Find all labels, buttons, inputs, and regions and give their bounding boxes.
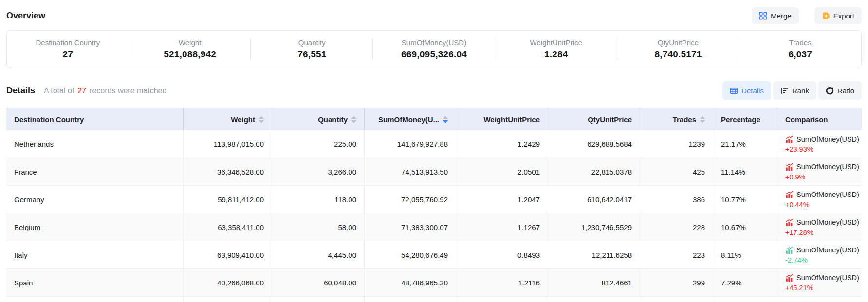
export-button[interactable]: Export [814,7,862,24]
stat-label: Trades [789,38,812,47]
sort-icon[interactable] [700,116,705,123]
export-icon [822,12,830,20]
stat-value: 76,551 [297,49,326,60]
cell-quantity: 3,266.00 [272,158,365,185]
cell-weight: 36,346,528.00 [184,158,272,185]
comparison-metric-label: SumOfMoney(USD) [796,163,859,171]
table-header-row: Destination Country Weight Quantity SumO… [6,108,862,130]
cell-quantity: 225.00 [272,130,365,158]
comparison-metric-label: SumOfMoney(USD) [796,218,859,226]
trend-bar-chart-icon [785,191,794,199]
summary-suffix: records were matched [90,87,166,95]
column-header-trades[interactable]: Trades [640,108,713,130]
table-row: France 36,346,528.00 3,266.00 74,513,913… [6,158,862,186]
column-header-sum-of-money[interactable]: SumOfMoney(U... [365,108,456,130]
cell-qty-unit-price: 812.4661 [548,269,640,296]
cell-weight: 59,811,412.00 [184,186,272,213]
cell-country: Netherlands [6,130,184,158]
comparison-change: +0.44% [785,201,859,209]
trend-bar-chart-icon [785,163,794,171]
records-matched-summary: A total of27records were matched [44,87,166,95]
details-title: Details [6,86,35,96]
cell-country: Italy [6,241,184,268]
cell-weight-unit-price: 1.2047 [456,186,548,213]
merge-button-label: Merge [771,12,792,20]
cell-comparison: SumOfMoney(USD) -2.74% [777,241,862,268]
column-header-quantity[interactable]: Quantity [272,108,365,130]
comparison-change: +45.21% [785,284,859,292]
column-header-destination-country: Destination Country [6,108,184,130]
cell-weight-unit-price: 2.0501 [456,158,548,185]
comparison-block: SumOfMoney(USD) +17.28% [785,218,859,236]
column-header-comparison: Comparison [777,108,862,130]
cell-comparison: SumOfMoney(USD) +0.44% [777,186,862,213]
cell-trades: 228 [640,213,713,241]
table-row-partial [6,297,862,302]
cell-comparison: SumOfMoney(USD) +45.21% [777,269,862,296]
stat-label: QtyUnitPrice [658,38,699,47]
cell-sum-of-money: 71,383,300.07 [365,213,456,241]
column-label: WeightUnitPrice [483,115,540,124]
sort-icon[interactable] [443,116,448,123]
stat-weight-unit-price: WeightUnitPrice 1.284 [495,31,617,68]
cell-quantity: 4,445.00 [272,241,365,268]
comparison-change: +23.93% [785,145,859,153]
column-label: Trades [673,115,696,124]
stat-value: 8,740.5171 [654,49,702,60]
cell-sum-of-money: 141,679,927.88 [365,130,456,158]
cell-weight: 40,266,068.00 [184,269,272,296]
comparison-block: SumOfMoney(USD) +45.21% [785,274,859,292]
comparison-metric-label: SumOfMoney(USD) [796,246,859,254]
cell-trades: 425 [640,158,713,185]
summary-prefix: A total of [44,87,74,95]
cell-trades: 1239 [640,130,713,158]
cell-weight-unit-price: 1.1267 [456,213,548,241]
column-label: Percentage [721,115,760,124]
ratio-icon [826,87,834,95]
cell-comparison: SumOfMoney(USD) +23.93% [777,130,862,158]
cell-qty-unit-price: 22,815.0378 [548,158,640,185]
stat-value: 669,095,326.04 [401,49,467,60]
stat-label: Quantity [298,38,326,47]
cell-percentage: 10.77% [713,186,777,213]
comparison-metric-label: SumOfMoney(USD) [796,191,859,198]
sort-icon[interactable] [259,116,264,123]
cell-country: Belgium [6,213,184,241]
cell-qty-unit-price: 610,642.0417 [548,186,640,213]
cell-quantity: 60,048.00 [272,269,365,296]
stat-destination-country: Destination Country 27 [7,31,129,68]
column-label: Destination Country [14,115,84,124]
details-table: Destination Country Weight Quantity SumO… [6,108,862,302]
stat-label: Weight [179,38,201,47]
cell-country: Spain [6,269,184,296]
export-button-label: Export [833,12,854,20]
top-actions: Merge Export [752,7,862,24]
column-header-weight[interactable]: Weight [184,108,272,130]
cell-qty-unit-price: 1,230,746.5529 [548,213,640,241]
comparison-block: SumOfMoney(USD) +0.9% [785,163,859,181]
overview-stats-card: Destination Country 27 Weight 521,088,94… [6,30,862,68]
cell-percentage: 8.11% [713,241,777,268]
tab-ratio[interactable]: Ratio [818,81,862,100]
merge-button[interactable]: Merge [752,7,799,24]
sort-icon[interactable] [351,116,356,123]
column-label: Comparison [785,115,828,124]
stat-value: 1.284 [544,49,568,60]
cell-sum-of-money: 72,055,760.92 [365,186,456,213]
cell-percentage: 7.29% [713,269,777,296]
cell-comparison: SumOfMoney(USD) +17.28% [777,213,862,241]
comparison-block: SumOfMoney(USD) +0.44% [785,191,859,209]
comparison-block: SumOfMoney(USD) +23.93% [785,135,859,153]
cell-percentage: 10.67% [713,213,777,241]
cell-quantity: 118.00 [272,186,365,213]
cell-qty-unit-price: 12,211.6258 [548,241,640,268]
view-switch: Details Rank [722,81,862,100]
tab-details[interactable]: Details [722,81,771,100]
rank-icon [780,87,789,95]
column-label: Quantity [318,115,348,124]
stat-label: Destination Country [36,38,100,47]
column-label: Weight [231,115,255,124]
column-header-weight-unit-price: WeightUnitPrice [456,108,548,130]
stat-value: 521,088,942 [164,49,216,60]
tab-rank[interactable]: Rank [773,81,816,100]
